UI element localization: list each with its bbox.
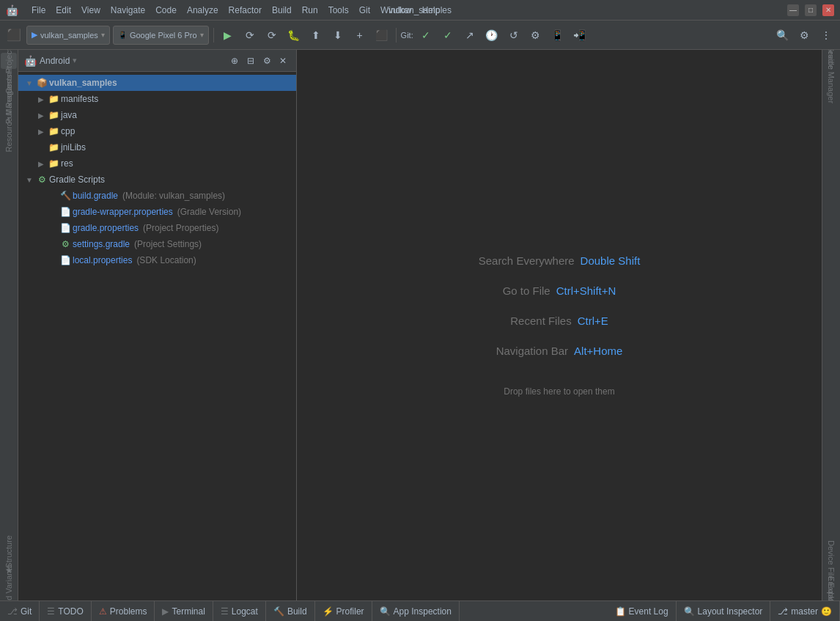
settings-btn[interactable]: ⚙ bbox=[795, 26, 814, 45]
spacer-gradle-props bbox=[48, 223, 58, 233]
tree-item-jnilibs[interactable]: 📁 jniLibs bbox=[18, 139, 296, 155]
close-panel-btn[interactable]: ✕ bbox=[276, 54, 290, 68]
bottom-tab-build[interactable]: 🔨 Build bbox=[266, 601, 315, 621]
toolbar-btn-sync[interactable]: 📱 bbox=[548, 26, 567, 45]
menu-refactor[interactable]: Refactor bbox=[224, 4, 266, 17]
bottom-tab-logcat[interactable]: ☰ Logcat bbox=[213, 601, 266, 621]
hint-goto-label: Go to File bbox=[503, 284, 550, 297]
tree-item-gradle-scripts[interactable]: ▼ ⚙ Gradle Scripts bbox=[18, 172, 296, 188]
tree-item-cpp[interactable]: ▶ 📁 cpp bbox=[18, 123, 296, 139]
run-button[interactable]: ▶ bbox=[218, 26, 237, 45]
toolbar-project-icon[interactable]: ⬛ bbox=[4, 26, 23, 45]
toolbar-btn-7[interactable]: + bbox=[350, 26, 369, 45]
sidebar-item-emulator[interactable]: Emulator bbox=[823, 584, 839, 600]
debug-button[interactable]: 🐛 bbox=[284, 26, 303, 45]
app-inspection-tab-label: App Inspection bbox=[394, 606, 452, 617]
menu-edit[interactable]: Edit bbox=[51, 4, 75, 17]
hint-recent-shortcut: Ctrl+E bbox=[578, 315, 608, 327]
todo-tab-label: TODO bbox=[58, 606, 83, 617]
branch-name: master bbox=[791, 606, 818, 617]
toolbar-btn-extra[interactable]: ⚙ bbox=[526, 26, 545, 45]
toolbar-btn-2[interactable]: ⟳ bbox=[240, 26, 259, 45]
gradle-icon-settings: ⚙ bbox=[59, 238, 71, 250]
bottom-tab-git[interactable]: ⎇ Git bbox=[0, 601, 40, 621]
bottom-tab-branch[interactable]: ⎇ master 🙂 bbox=[770, 601, 840, 621]
hint-search-label: Search Everywhere bbox=[479, 254, 575, 267]
tree-item-java[interactable]: ▶ 📁 java bbox=[18, 107, 296, 123]
sidebar-item-structure[interactable]: Structure bbox=[1, 543, 17, 559]
hint-nav-bar: Navigation Bar Alt+Home bbox=[496, 345, 623, 357]
toolbar-btn-more[interactable]: 📲 bbox=[570, 26, 589, 45]
sidebar-item-build-variants[interactable]: Build Variants bbox=[1, 581, 17, 598]
git-btn-4[interactable]: 🕐 bbox=[482, 26, 501, 45]
gradle-properties-label: gradle.properties bbox=[73, 223, 139, 233]
resource-manager-label: Resource Manager bbox=[1, 79, 16, 157]
tree-item-gradle-wrapper[interactable]: 📄 gradle-wrapper.properties (Gradle Vers… bbox=[18, 204, 296, 220]
menu-code[interactable]: Code bbox=[151, 4, 181, 17]
minimize-button[interactable]: — bbox=[787, 4, 799, 16]
expand-icon: ▼ bbox=[24, 78, 34, 88]
status-face: 🙂 bbox=[821, 606, 832, 617]
git-btn-3[interactable]: ↗ bbox=[460, 26, 479, 45]
menu-git[interactable]: Git bbox=[355, 4, 375, 17]
settings-gradle-suffix: (Project Settings) bbox=[134, 239, 202, 249]
menu-analyze[interactable]: Analyze bbox=[183, 4, 223, 17]
tree-item-settings-gradle[interactable]: ⚙ settings.gradle (Project Settings) bbox=[18, 236, 296, 252]
project-tree: ▼ 📦 vulkan_samples ▶ 📁 manifests ▶ 📁 jav… bbox=[18, 72, 296, 600]
tree-item-gradle-properties[interactable]: 📄 gradle.properties (Project Properties) bbox=[18, 220, 296, 236]
menu-run[interactable]: Run bbox=[298, 4, 323, 17]
bottom-tab-layout-inspector[interactable]: 🔍 Layout Inspector bbox=[677, 601, 771, 621]
project-panel: 🤖 Android ▾ ⊕ ⊟ ⚙ ✕ ▼ 📦 vulkan_samples ▶… bbox=[18, 50, 297, 600]
bottom-tab-profiler[interactable]: ⚡ Profiler bbox=[315, 601, 372, 621]
toolbar-btn-5[interactable]: ⬆ bbox=[306, 26, 325, 45]
spacer-settings-gradle bbox=[48, 239, 58, 249]
menu-view[interactable]: View bbox=[77, 4, 105, 17]
title-bar-left: 🤖 File Edit View Navigate Code Analyze R… bbox=[6, 4, 444, 17]
locate-file-btn[interactable]: ⊕ bbox=[227, 54, 242, 68]
gradle-wrapper-suffix: (Gradle Version) bbox=[177, 207, 241, 217]
collapse-all-btn[interactable]: ⊟ bbox=[243, 54, 258, 68]
bottom-bar: ⎇ Git ☰ TODO ⚠ Problems ▶ Terminal ☰ Log… bbox=[0, 600, 840, 621]
outer-layout: Project Commit Pull Requests Resource Ma… bbox=[0, 50, 840, 600]
toolbar-btn-6[interactable]: ⬇ bbox=[328, 26, 347, 45]
git-label: Git: bbox=[401, 31, 413, 40]
layout-inspector-tab-icon: 🔍 bbox=[684, 606, 695, 617]
device-dropdown[interactable]: 📱 Google Pixel 6 Pro ▾ bbox=[113, 26, 209, 45]
toolbar-more-btn[interactable]: ⋮ bbox=[817, 26, 836, 45]
tree-item-res[interactable]: ▶ 📁 res bbox=[18, 155, 296, 172]
bottom-tab-problems[interactable]: ⚠ Problems bbox=[92, 601, 155, 621]
project-title: 🤖 Android ▾ bbox=[24, 55, 223, 67]
build-tab-icon: 🔨 bbox=[273, 606, 284, 617]
bottom-tab-terminal[interactable]: ▶ Terminal bbox=[155, 601, 213, 621]
run-config-dropdown[interactable]: ▶ vulkan_samples ▾ bbox=[26, 26, 110, 45]
toolbar-btn-3[interactable]: ⟳ bbox=[262, 26, 281, 45]
sidebar-item-device-manager[interactable]: Device Manager bbox=[823, 66, 839, 82]
bottom-tab-app-inspection[interactable]: 🔍 App Inspection bbox=[372, 601, 460, 621]
tree-item-manifests[interactable]: ▶ 📁 manifests bbox=[18, 91, 296, 107]
tree-item-local-properties[interactable]: 📄 local.properties (SDK Location) bbox=[18, 252, 296, 268]
git-btn-2[interactable]: ✓ bbox=[438, 26, 457, 45]
hint-search-shortcut: Double Shift bbox=[581, 254, 641, 267]
folder-icon-jnilibs: 📁 bbox=[48, 142, 59, 153]
bottom-tab-event-log[interactable]: 📋 Event Log bbox=[608, 601, 677, 621]
menu-file[interactable]: File bbox=[27, 4, 50, 17]
build-gradle-label: build.gradle bbox=[73, 191, 118, 201]
menu-navigate[interactable]: Navigate bbox=[106, 4, 150, 17]
bottom-tab-todo[interactable]: ☰ TODO bbox=[40, 601, 91, 621]
hint-search-everywhere: Search Everywhere Double Shift bbox=[479, 254, 641, 267]
menu-build[interactable]: Build bbox=[268, 4, 296, 17]
sidebar-item-resource-manager[interactable]: Resource Manager bbox=[1, 110, 17, 126]
close-button[interactable]: ✕ bbox=[822, 4, 834, 16]
project-settings-btn[interactable]: ⚙ bbox=[259, 54, 274, 68]
tree-item-root[interactable]: ▼ 📦 vulkan_samples bbox=[18, 75, 296, 91]
stop-button[interactable]: ⬛ bbox=[372, 26, 391, 45]
git-btn-5[interactable]: ↺ bbox=[504, 26, 523, 45]
drop-files-text: Drop files here to open them bbox=[504, 386, 614, 397]
branch-icon: ⎇ bbox=[778, 606, 788, 617]
tree-item-build-gradle[interactable]: 🔨 build.gradle (Module: vulkan_samples) bbox=[18, 188, 296, 204]
search-everywhere-btn[interactable]: 🔍 bbox=[773, 26, 792, 45]
git-btn-1[interactable]: ✓ bbox=[416, 26, 435, 45]
menu-tools[interactable]: Tools bbox=[324, 4, 353, 17]
maximize-button[interactable]: □ bbox=[805, 4, 817, 16]
problems-tab-icon: ⚠ bbox=[99, 606, 107, 617]
